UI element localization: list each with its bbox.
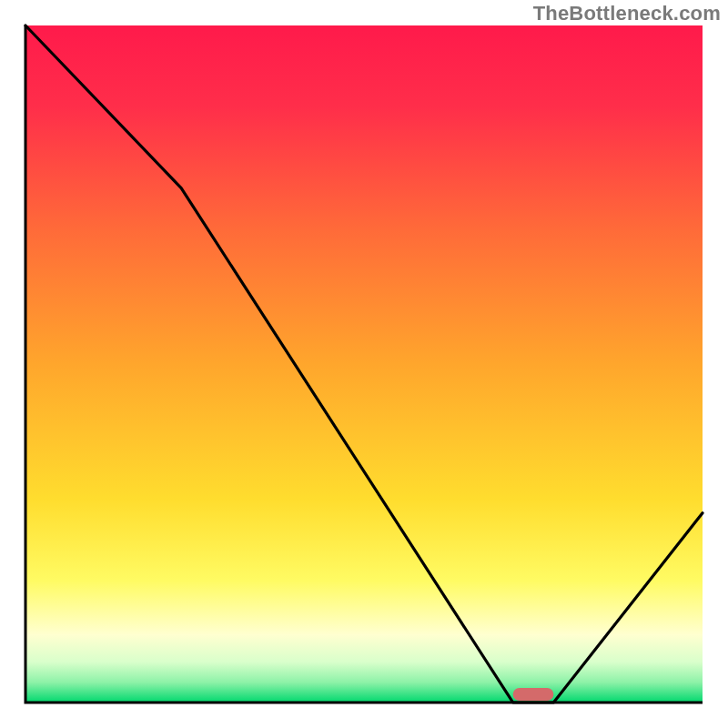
chart-container: TheBottleneck.com (0, 0, 728, 728)
valley-marker (513, 688, 554, 701)
bottleneck-chart (0, 0, 728, 728)
watermark-text: TheBottleneck.com (533, 2, 721, 25)
plot-background (25, 25, 703, 703)
